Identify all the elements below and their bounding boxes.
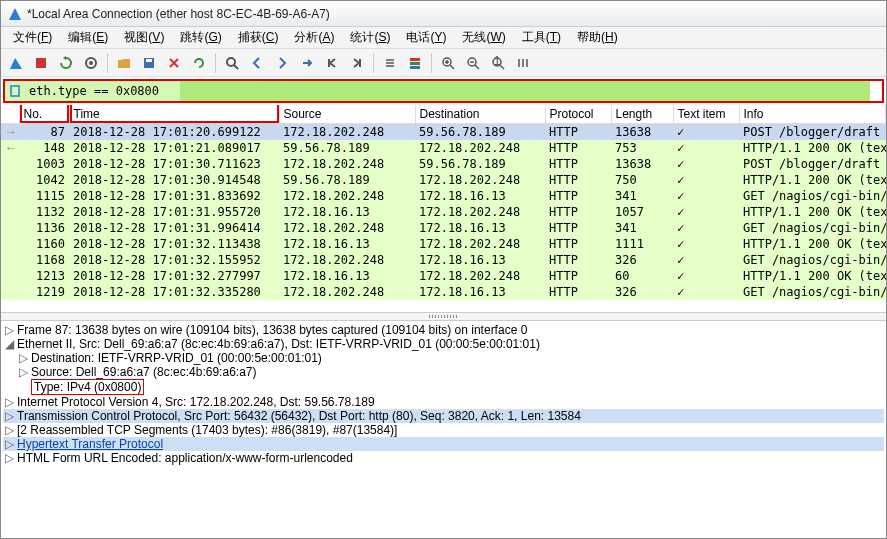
packet-row[interactable]: 12192018-12-28 17:01:32.335280172.18.202…: [1, 284, 886, 300]
menu-item-3[interactable]: 跳转(G): [172, 27, 229, 48]
svg-rect-8: [410, 66, 420, 69]
packet-row[interactable]: 10032018-12-28 17:01:30.711623172.18.202…: [1, 156, 886, 172]
flow-arrow-icon: [1, 188, 19, 204]
reload-file-button[interactable]: [188, 52, 210, 74]
capture-options-button[interactable]: [80, 52, 102, 74]
zoom-reset-button[interactable]: 1: [487, 52, 509, 74]
zoom-out-button[interactable]: [462, 52, 484, 74]
tree-item-http[interactable]: ▷Hypertext Transfer Protocol: [3, 437, 884, 451]
packet-list-pane[interactable]: No. Time Source Destination Protocol Len…: [1, 105, 886, 313]
column-header-info[interactable]: Info: [739, 105, 886, 124]
stop-capture-button[interactable]: [30, 52, 52, 74]
toolbar-separator: [373, 53, 374, 73]
packet-row[interactable]: 11682018-12-28 17:01:32.155952172.18.202…: [1, 252, 886, 268]
packet-row[interactable]: 11152018-12-28 17:01:31.833692172.18.202…: [1, 188, 886, 204]
tree-item-reassembled[interactable]: ▷[2 Reassembled TCP Segments (17403 byte…: [3, 423, 884, 437]
expand-icon[interactable]: ▷: [5, 323, 17, 337]
colorize-button[interactable]: [404, 52, 426, 74]
menu-bar: 文件(F)编辑(E)视图(V)跳转(G)捕获(C)分析(A)统计(S)电话(Y)…: [1, 27, 886, 49]
expand-icon[interactable]: ▷: [5, 451, 17, 465]
packet-row[interactable]: 11602018-12-28 17:01:32.113438172.18.16.…: [1, 236, 886, 252]
menu-item-8[interactable]: 无线(W): [454, 27, 513, 48]
find-packet-button[interactable]: [221, 52, 243, 74]
flow-arrow-icon: [1, 156, 19, 172]
tree-item-frame[interactable]: ▷Frame 87: 13638 bytes on wire (109104 b…: [3, 323, 884, 337]
menu-item-5[interactable]: 分析(A): [286, 27, 342, 48]
flow-arrow-icon: [1, 284, 19, 300]
packet-row[interactable]: 11362018-12-28 17:01:31.996414172.18.202…: [1, 220, 886, 236]
column-header-source[interactable]: Source: [279, 105, 415, 124]
column-header-marker[interactable]: [1, 105, 19, 124]
tree-item-ip[interactable]: ▷Internet Protocol Version 4, Src: 172.1…: [3, 395, 884, 409]
toolbar: 1: [1, 49, 886, 77]
window-title: *Local Area Connection (ether host 8C-EC…: [27, 7, 330, 21]
go-previous-button[interactable]: [246, 52, 268, 74]
display-filter-input[interactable]: [25, 81, 180, 101]
expand-icon[interactable]: ▷: [5, 423, 17, 437]
expand-icon[interactable]: ▷: [5, 437, 17, 451]
menu-item-7[interactable]: 电话(Y): [398, 27, 454, 48]
packet-row[interactable]: ←1482018-12-28 17:01:21.08901759.56.78.1…: [1, 140, 886, 156]
flow-arrow-icon: [1, 220, 19, 236]
flow-arrow-icon: [1, 204, 19, 220]
zoom-in-button[interactable]: [437, 52, 459, 74]
close-file-button[interactable]: [163, 52, 185, 74]
restart-capture-button[interactable]: [55, 52, 77, 74]
svg-rect-13: [11, 86, 19, 96]
flow-arrow-icon: [1, 268, 19, 284]
go-last-button[interactable]: [346, 52, 368, 74]
start-capture-button[interactable]: [5, 52, 27, 74]
resize-columns-button[interactable]: [512, 52, 534, 74]
column-header-length[interactable]: Length: [611, 105, 673, 124]
collapse-icon[interactable]: ◢: [5, 337, 17, 351]
go-first-button[interactable]: [321, 52, 343, 74]
column-header-destination[interactable]: Destination: [415, 105, 545, 124]
menu-item-0[interactable]: 文件(F): [5, 27, 60, 48]
column-header-no[interactable]: No.: [19, 105, 69, 124]
tree-item-ethernet[interactable]: ◢Ethernet II, Src: Dell_69:a6:a7 (8c:ec:…: [3, 337, 884, 351]
pane-splitter[interactable]: [1, 313, 886, 321]
svg-rect-6: [410, 58, 420, 61]
packet-details-pane[interactable]: ▷Frame 87: 13638 bytes on wire (109104 b…: [1, 321, 886, 535]
svg-rect-4: [146, 59, 152, 62]
tree-item-eth-src[interactable]: ▷Source: Dell_69:a6:a7 (8c:ec:4b:69:a6:a…: [3, 365, 884, 379]
menu-item-9[interactable]: 工具(T): [514, 27, 569, 48]
expand-icon[interactable]: ▷: [5, 409, 17, 423]
tree-item-eth-dst[interactable]: ▷Destination: IETF-VRRP-VRID_01 (00:00:5…: [3, 351, 884, 365]
expand-icon[interactable]: ▷: [5, 395, 17, 409]
go-next-button[interactable]: [271, 52, 293, 74]
column-header-time[interactable]: Time: [69, 105, 279, 124]
save-file-button[interactable]: [138, 52, 160, 74]
flow-arrow-icon: [1, 236, 19, 252]
menu-item-4[interactable]: 捕获(C): [230, 27, 287, 48]
packet-row[interactable]: →872018-12-28 17:01:20.699122172.18.202.…: [1, 124, 886, 141]
flow-arrow-icon: →: [1, 124, 19, 141]
svg-text:1: 1: [494, 56, 501, 68]
tree-item-tcp[interactable]: ▷Transmission Control Protocol, Src Port…: [3, 409, 884, 423]
svg-point-2: [89, 61, 93, 65]
column-header-textitem[interactable]: Text item: [673, 105, 739, 124]
packet-row[interactable]: 11322018-12-28 17:01:31.955720172.18.16.…: [1, 204, 886, 220]
menu-item-10[interactable]: 帮助(H): [569, 27, 626, 48]
expand-icon[interactable]: ▷: [19, 365, 31, 379]
expand-icon[interactable]: ▷: [19, 351, 31, 365]
filter-bar-tail: [180, 81, 870, 101]
flow-arrow-icon: ←: [1, 140, 19, 156]
blank-icon: [19, 380, 31, 394]
flow-arrow-icon: [1, 252, 19, 268]
shark-fin-icon: [7, 6, 23, 22]
open-file-button[interactable]: [113, 52, 135, 74]
menu-item-1[interactable]: 编辑(E): [60, 27, 116, 48]
tree-item-eth-type[interactable]: Type: IPv4 (0x0800): [3, 379, 884, 395]
menu-item-6[interactable]: 统计(S): [342, 27, 398, 48]
go-to-packet-button[interactable]: [296, 52, 318, 74]
toolbar-separator: [431, 53, 432, 73]
tree-item-form-urlencoded[interactable]: ▷HTML Form URL Encoded: application/x-ww…: [3, 451, 884, 465]
filter-bookmark-icon[interactable]: [5, 81, 25, 101]
column-header-protocol[interactable]: Protocol: [545, 105, 611, 124]
packet-row[interactable]: 10422018-12-28 17:01:30.91454859.56.78.1…: [1, 172, 886, 188]
svg-point-5: [227, 58, 235, 66]
auto-scroll-button[interactable]: [379, 52, 401, 74]
packet-row[interactable]: 12132018-12-28 17:01:32.277997172.18.16.…: [1, 268, 886, 284]
menu-item-2[interactable]: 视图(V): [116, 27, 172, 48]
